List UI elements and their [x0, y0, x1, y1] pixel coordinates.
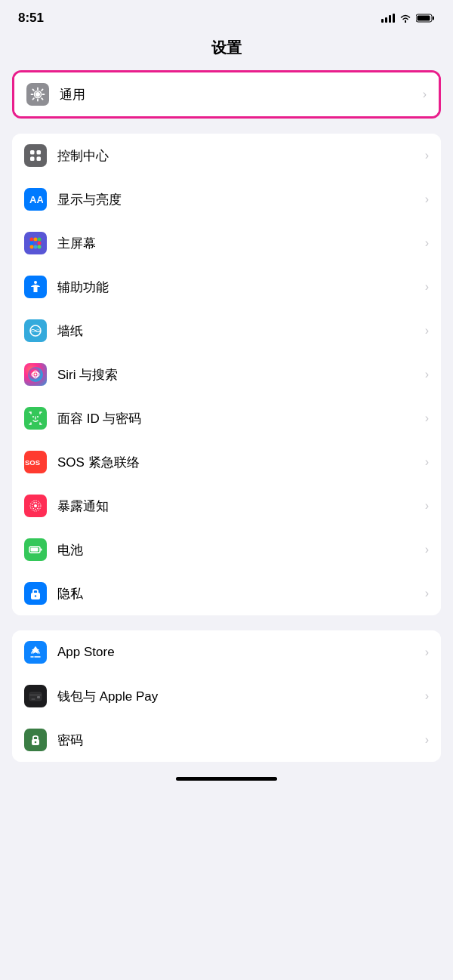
svg-point-17 — [30, 242, 34, 245]
svg-rect-6 — [418, 16, 430, 21]
sidebar-item-password[interactable]: 密码 › — [12, 718, 441, 762]
svg-text:SOS: SOS — [25, 458, 40, 467]
wallet-icon — [24, 685, 47, 707]
settings-group-general: 通用 › — [12, 70, 441, 119]
control-center-icon — [24, 144, 47, 167]
svg-rect-12 — [37, 157, 42, 162]
svg-point-29 — [32, 416, 34, 418]
svg-point-15 — [34, 238, 38, 242]
faceid-label: 面容 ID 与密码 — [57, 410, 422, 427]
svg-rect-0 — [381, 19, 384, 23]
general-label: 通用 — [60, 86, 420, 103]
status-time: 8:51 — [18, 11, 44, 26]
accessibility-chevron: › — [425, 280, 429, 294]
svg-point-22 — [38, 245, 42, 249]
app-store-label: App Store — [57, 645, 422, 660]
accessibility-label: 辅助功能 — [57, 279, 422, 296]
svg-rect-1 — [385, 17, 387, 23]
sidebar-item-sos[interactable]: SOS SOS 紧急联络 › — [12, 440, 441, 484]
home-screen-chevron: › — [425, 236, 429, 250]
svg-rect-3 — [393, 14, 395, 23]
page-title: 设置 — [0, 32, 453, 70]
svg-point-44 — [35, 741, 37, 744]
battery-label: 电池 — [57, 541, 422, 559]
sidebar-item-general[interactable]: 通用 › — [14, 72, 439, 116]
svg-point-23 — [34, 281, 37, 284]
sidebar-item-exposure[interactable]: 暴露通知 › — [12, 484, 441, 528]
svg-rect-36 — [41, 549, 42, 551]
svg-point-19 — [38, 242, 42, 245]
home-screen-icon — [24, 232, 47, 254]
settings-group-main: 控制中心 › AA 显示与亮度 › 主屏幕 › — [12, 134, 441, 615]
svg-rect-11 — [30, 157, 35, 162]
sidebar-item-siri[interactable]: Siri 与搜索 › — [12, 353, 441, 396]
sidebar-item-faceid[interactable]: 面容 ID 与密码 › — [12, 396, 441, 440]
svg-point-28 — [35, 374, 37, 376]
privacy-icon — [24, 582, 47, 605]
control-center-chevron: › — [425, 149, 429, 162]
display-label: 显示与亮度 — [57, 191, 422, 208]
svg-rect-37 — [31, 548, 39, 552]
svg-point-7 — [35, 92, 40, 97]
svg-rect-10 — [37, 150, 42, 155]
privacy-label: 隐私 — [57, 585, 422, 602]
sidebar-item-wallpaper[interactable]: 墙纸 › — [12, 309, 441, 353]
signal-icon — [381, 14, 395, 23]
home-screen-label: 主屏幕 — [57, 235, 422, 252]
siri-icon — [24, 363, 47, 386]
faceid-icon — [24, 407, 47, 430]
privacy-chevron: › — [425, 587, 429, 600]
password-icon — [24, 729, 47, 751]
sidebar-item-display[interactable]: AA 显示与亮度 › — [12, 177, 441, 221]
sidebar-item-home-screen[interactable]: 主屏幕 › — [12, 221, 441, 265]
sidebar-item-wallet[interactable]: 钱包与 Apple Pay › — [12, 674, 441, 718]
svg-rect-42 — [37, 696, 40, 698]
svg-rect-5 — [433, 17, 434, 20]
general-chevron: › — [423, 88, 427, 101]
battery-status-icon — [416, 14, 435, 23]
password-chevron: › — [425, 733, 429, 747]
svg-point-18 — [34, 242, 38, 245]
sos-label: SOS 紧急联络 — [57, 454, 422, 471]
control-center-label: 控制中心 — [57, 147, 422, 165]
sidebar-item-control-center[interactable]: 控制中心 › — [12, 134, 441, 177]
svg-point-39 — [35, 595, 36, 596]
display-chevron: › — [425, 193, 429, 206]
svg-point-32 — [34, 504, 37, 507]
exposure-label: 暴露通知 — [57, 498, 422, 515]
svg-point-20 — [30, 245, 34, 249]
wifi-icon — [399, 14, 411, 23]
general-icon — [26, 83, 49, 106]
home-bar — [176, 777, 277, 781]
sidebar-item-accessibility[interactable]: 辅助功能 › — [12, 265, 441, 309]
svg-point-14 — [30, 238, 34, 242]
settings-group-store: App Store › 钱包与 Apple Pay › 密码 › — [12, 630, 441, 762]
sidebar-item-privacy[interactable]: 隐私 › — [12, 572, 441, 615]
svg-point-21 — [34, 245, 38, 249]
wallet-chevron: › — [425, 689, 429, 703]
exposure-chevron: › — [425, 499, 429, 513]
status-icons — [381, 14, 435, 23]
exposure-icon — [24, 495, 47, 517]
sidebar-item-battery[interactable]: 电池 › — [12, 528, 441, 572]
svg-text:AA: AA — [29, 194, 43, 205]
wallet-label: 钱包与 Apple Pay — [57, 688, 422, 705]
app-store-icon — [24, 641, 47, 664]
wallpaper-icon — [24, 319, 47, 342]
svg-point-30 — [37, 416, 39, 418]
wallpaper-chevron: › — [425, 324, 429, 337]
svg-rect-41 — [29, 694, 42, 696]
faceid-chevron: › — [425, 411, 429, 425]
sidebar-item-app-store[interactable]: App Store › — [12, 630, 441, 674]
battery-chevron: › — [425, 543, 429, 556]
svg-point-16 — [38, 238, 42, 242]
display-icon: AA — [24, 188, 47, 211]
siri-chevron: › — [425, 368, 429, 381]
battery-icon — [24, 538, 47, 561]
sos-icon: SOS — [24, 451, 47, 473]
wallpaper-label: 墙纸 — [57, 322, 422, 340]
status-bar: 8:51 — [0, 0, 453, 32]
accessibility-icon — [24, 276, 47, 298]
svg-rect-2 — [389, 15, 391, 23]
siri-label: Siri 与搜索 — [57, 366, 422, 384]
